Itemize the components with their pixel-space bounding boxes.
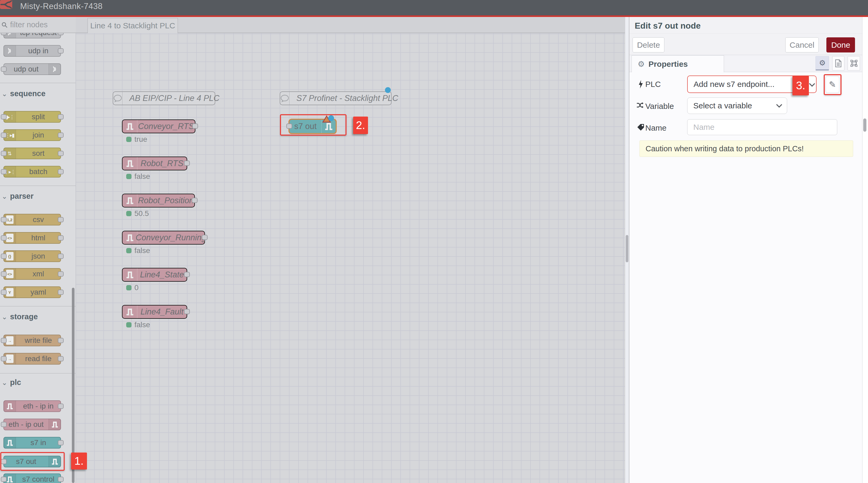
comment-label: S7 Profinet - Stacklight PLC [289,94,405,103]
palette-item-xml[interactable]: <> xml [3,268,61,280]
pulse-icon [4,437,16,448]
status-text: true [134,135,147,143]
palette-item-csv[interactable]: 1,2 csv [3,214,61,225]
pulse-icon [123,231,137,244]
category-storage[interactable]: ⌄ storage [2,312,38,321]
output-port[interactable] [192,198,197,203]
appearance-view-button[interactable] [847,56,860,70]
app-header: Misty-Redshank-7438 [0,0,868,15]
palette-item-write-file[interactable]: → write file [3,334,61,346]
palette-item-eth-ip-in[interactable]: eth - ip in [3,400,61,412]
palette-item-join[interactable]: ⋮▸▮ join [3,129,61,141]
output-port [58,290,64,295]
canvas-scrollbar-thumb[interactable] [626,235,628,262]
tab-line4-to-stacklight-plc[interactable]: Line 4 to Stacklight PLC [88,18,178,33]
input-port [1,235,7,240]
flow-node-robot-position[interactable]: Robot_Position [122,194,195,207]
palette-item-read-file[interactable]: → read file [3,353,61,364]
palette-item-label: udp out [4,64,48,74]
comment-node[interactable]: AB EIP/CIP - Line 4 PLC [113,91,215,105]
gear-icon: ⚙ [638,59,645,69]
chevron-down-icon: ⌄ [2,93,7,95]
changed-dot [385,87,391,93]
canvas-scrollbar[interactable] [625,17,629,483]
delete-button[interactable]: Delete [632,37,664,53]
palette-item-s7-in[interactable]: s7 in [3,437,61,449]
comment-node[interactable]: S7 Profinet - Stacklight PLC [280,91,392,105]
name-placeholder: Name [693,123,714,132]
node-palette: tcp request udp in udp out ⌄ sequence ▮▸… [0,17,76,483]
status-dot [126,137,131,142]
tag-icon [637,124,645,131]
palette-item-yaml[interactable]: Y yaml [3,286,61,298]
input-port [1,290,7,295]
output-port[interactable] [202,235,208,240]
palette-item-split[interactable]: ▮▸⋮ split [3,111,61,123]
document-icon [835,59,842,68]
category-plc[interactable]: ⌄ plc [2,378,21,387]
tray-scrollbar-thumb[interactable] [863,119,866,132]
bolt-icon [638,80,644,89]
input-port [1,217,7,222]
status-dot [126,322,131,327]
output-port [58,114,64,120]
flow-node-line4-state[interactable]: Line4_State [122,268,187,282]
palette-item-s7-control[interactable]: s7 control [3,474,61,483]
done-button[interactable]: Done [826,37,855,53]
input-port [1,422,7,427]
output-port[interactable] [184,309,190,314]
node-label: Line4_Fault [137,305,187,318]
pulse-icon [123,120,137,133]
flow-node-robot-rts[interactable]: Robot_RTS [122,157,187,170]
palette-item-html[interactable]: <> html [3,232,61,244]
output-port[interactable] [192,124,198,129]
palette-item-label: batch [16,166,60,177]
output-port [58,440,64,445]
category-parser[interactable]: ⌄ parser [2,192,33,200]
node-status: false [126,172,150,181]
flow-node-conveyor-rts[interactable]: Conveyor_RTS [122,120,195,133]
flow-canvas[interactable]: AB EIP/CIP - Line 4 PLC S7 Profinet - St… [76,33,625,483]
output-port[interactable] [184,161,190,166]
palette-item-batch[interactable]: ⋮▸⋮ batch [3,166,61,178]
palette-item-sort[interactable]: ⇅ sort [3,148,61,159]
palette-item-udp-in[interactable]: udp in [3,45,61,57]
status-dot [126,211,131,216]
palette-item-label: eth - ip in [16,401,60,412]
category-sequence[interactable]: ⌄ sequence [2,89,45,98]
cancel-button[interactable]: Cancel [785,37,819,53]
input-port [1,356,7,361]
properties-view-button[interactable]: ⚙ [815,56,829,70]
palette-item-label: s7 control [16,474,60,483]
chevron-down-icon [776,104,783,108]
annotation-badge-step1: 1. [71,453,87,470]
node-status: false [126,247,150,255]
comment-bubble-icon [113,92,123,105]
tray-scrollbar[interactable] [862,17,868,483]
tab-properties[interactable]: ⚙ Properties [631,55,724,72]
input-port [1,114,7,120]
category-label: storage [10,312,38,321]
palette-item-label: udp in [16,45,60,56]
palette-item-label: join [16,130,60,140]
input-port [1,169,7,174]
input-port [1,151,7,156]
variable-select[interactable]: Select a variable [687,97,787,114]
palette-item-label: split [16,111,60,122]
node-red-logo-icon [0,0,13,9]
palette-item-udp-out[interactable]: udp out [3,63,61,75]
output-port [58,338,64,343]
palette-item-json[interactable]: {} json [3,250,61,262]
name-input[interactable]: Name [687,119,837,135]
palette-filter-input[interactable]: filter nodes [10,21,48,29]
input-port [1,66,7,72]
flow-node-line4-fault[interactable]: Line4_Fault [122,305,187,319]
flow-node-conveyor-running[interactable]: Conveyor_Running [122,231,205,245]
header-accent-line [0,15,868,17]
input-port [1,254,7,259]
palette-item-eth-ip-out[interactable]: eth - ip out [3,419,61,430]
output-port[interactable] [184,272,190,277]
description-view-button[interactable] [832,56,844,70]
status-text: false [134,172,150,181]
palette-item-label: json [16,251,60,261]
